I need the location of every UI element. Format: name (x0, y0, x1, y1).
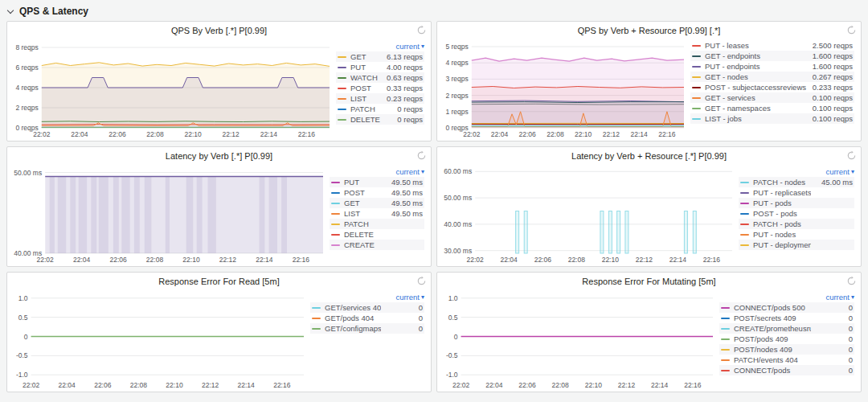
legend-label[interactable]: PUT - nodes (753, 230, 811, 239)
legend-label[interactable]: PATCH (344, 219, 381, 228)
legend-label[interactable]: DELETE (350, 115, 381, 124)
legend-label[interactable]: POST/secrets 409 (734, 314, 811, 322)
refresh-icon[interactable] (416, 150, 427, 161)
legend-label[interactable]: PUT - replicasets (753, 188, 811, 197)
legend-item[interactable]: LIST - jobs0.100 reqps (690, 113, 854, 124)
legend-label[interactable]: GET (344, 199, 381, 207)
legend-label[interactable]: GET/configmaps 404 (325, 324, 381, 333)
time-series-chart[interactable]: 60.00 ms50.00 ms40.00 ms30.00 ms22:0222:… (439, 165, 737, 265)
legend-label[interactable]: CONNECT/pods (734, 366, 811, 375)
legend-item[interactable]: POST - pods (739, 208, 854, 219)
legend-sort-current[interactable]: current▾ (330, 166, 424, 177)
legend-item[interactable]: GET/configmaps 4040 (310, 323, 424, 334)
legend-item[interactable]: GET - nodes0.267 reqps (690, 72, 854, 82)
legend-item[interactable]: PUT49.50 ms (330, 177, 424, 187)
legend-item[interactable]: GET49.50 ms (330, 198, 424, 208)
legend-label[interactable]: POST - subjectaccessreviews (705, 83, 808, 92)
legend-label[interactable]: PATCH - pods (753, 219, 811, 228)
legend-item[interactable]: PATCH (330, 219, 424, 229)
legend-label[interactable]: POST - pods (753, 209, 811, 218)
legend-item[interactable]: CREATE/prometheusrules 4090 (719, 323, 854, 334)
legend-label[interactable]: POST (344, 188, 381, 197)
legend-label[interactable]: LIST (344, 209, 381, 218)
legend-item[interactable]: DELETE0 reqps (336, 114, 424, 125)
time-series-chart[interactable]: 8 reqps6 reqps4 reqps2 reqps0 reqps22:02… (9, 39, 334, 139)
legend-label[interactable]: GET/services 404 (325, 303, 381, 312)
legend-item[interactable]: DELETE (330, 229, 424, 240)
legend-item[interactable]: POST/nodes 4090 (719, 344, 854, 355)
legend-item[interactable]: GET/pods 4040 (310, 313, 424, 323)
legend-item[interactable]: LIST0.23 reqps (336, 93, 424, 104)
panel-title[interactable]: Latency by Verb + Resource [.*] P[0.99] (571, 151, 727, 161)
legend-item[interactable]: GET - namespaces0.100 reqps (690, 103, 854, 113)
legend-label[interactable]: POST (350, 84, 381, 92)
legend-item[interactable]: PUT - pods (739, 198, 854, 208)
refresh-icon[interactable] (416, 276, 427, 286)
legend-item[interactable]: PATCH - pods (739, 219, 854, 229)
refresh-icon[interactable] (846, 150, 857, 161)
legend-label[interactable]: POST/nodes 409 (734, 345, 811, 354)
legend-item[interactable]: PUT - nodes (739, 229, 854, 240)
legend-label[interactable]: GET - namespaces (705, 104, 808, 113)
legend-label[interactable]: CONNECT/pods 500 (734, 303, 811, 312)
legend-label[interactable]: LIST - jobs (705, 114, 808, 123)
legend-label[interactable]: CREATE (344, 240, 381, 249)
legend-label[interactable]: DELETE (344, 230, 381, 239)
legend-item[interactable]: CREATE (330, 240, 424, 250)
legend-label[interactable]: PUT (350, 63, 381, 72)
panel-title[interactable]: QPS by Verb + Resource P[0.99] [.*] (578, 26, 721, 35)
legend-label[interactable]: PATCH/events 404 (734, 355, 811, 364)
panel-title[interactable]: Response Error For Mutating [5m] (582, 277, 715, 286)
legend-sort-current[interactable]: current▾ (739, 166, 854, 177)
legend-item[interactable]: POST0.33 reqps (336, 83, 424, 93)
panel-title[interactable]: Latency by Verb [.*] P[0.99] (166, 151, 272, 161)
legend-label[interactable]: PUT - deployments (753, 240, 811, 249)
legend-sort-current[interactable]: current▾ (336, 40, 424, 51)
refresh-icon[interactable] (846, 25, 857, 35)
legend-item[interactable]: CONNECT/pods 5000 (719, 302, 854, 313)
legend-label[interactable]: PUT - endpoints (705, 62, 808, 71)
legend-label[interactable]: PATCH - nodes (753, 178, 811, 187)
refresh-icon[interactable] (416, 25, 427, 35)
panel-title[interactable]: Response Error For Read [5m] (158, 277, 279, 286)
time-series-chart[interactable]: 1.00.50-0.5-1.022:0222:0422:0622:0822:10… (9, 290, 309, 390)
legend-label[interactable]: LIST (350, 94, 381, 103)
legend-item[interactable]: PATCH - nodes45.00 ms (739, 177, 854, 187)
legend-label[interactable]: GET - nodes (705, 72, 808, 81)
legend-item[interactable]: PATCH/events 4040 (719, 355, 854, 365)
section-row-qps-latency[interactable]: QPS & Latency (6, 3, 862, 19)
legend-item[interactable]: GET - services0.100 reqps (690, 92, 854, 103)
legend-item[interactable]: CONNECT/pods0 (719, 365, 854, 375)
legend-item[interactable]: LIST49.50 ms (330, 208, 424, 219)
legend-label[interactable]: GET (350, 52, 381, 61)
legend-label[interactable]: PATCH (350, 105, 381, 113)
refresh-icon[interactable] (846, 276, 857, 286)
time-series-chart[interactable]: 50.00 ms40.00 ms22:0222:0422:0622:0822:1… (9, 165, 328, 265)
legend-label[interactable]: PUT - pods (753, 199, 811, 207)
legend-label[interactable]: PUT - leases (705, 41, 808, 50)
legend-label[interactable]: PUT (344, 178, 381, 187)
legend-item[interactable]: POST49.50 ms (330, 187, 424, 198)
legend-label[interactable]: POST/pods 409 (734, 334, 811, 343)
time-series-chart[interactable]: 5 reqps4 reqps3 reqps2 reqps1 reqps0 req… (439, 39, 689, 139)
legend-item[interactable]: PATCH0 reqps (336, 104, 424, 114)
legend-label[interactable]: WATCH (350, 73, 381, 82)
legend-item[interactable]: GET6.13 reqps (336, 51, 424, 62)
legend-item[interactable]: POST/pods 4090 (719, 334, 854, 344)
legend-item[interactable]: POST - subjectaccessreviews0.233 reqps (690, 82, 854, 92)
panel-title[interactable]: QPS By Verb [.*] P[0.99] (171, 26, 267, 35)
legend-item[interactable]: PUT - deployments (739, 240, 854, 250)
legend-label[interactable]: GET/pods 404 (325, 314, 381, 322)
legend-item[interactable]: WATCH0.63 reqps (336, 72, 424, 83)
legend-label[interactable]: CREATE/prometheusrules 409 (734, 324, 811, 333)
legend-sort-current[interactable]: current▾ (719, 291, 854, 302)
legend-item[interactable]: PUT4.00 reqps (336, 62, 424, 72)
legend-item[interactable]: PUT - leases2.500 reqps (690, 40, 854, 51)
legend-item[interactable]: PUT - replicasets (739, 187, 854, 198)
legend-item[interactable]: GET/services 4040 (310, 302, 424, 313)
legend-label[interactable]: GET - services (705, 93, 808, 102)
legend-sort-current[interactable]: current▾ (310, 291, 424, 302)
legend-item[interactable]: POST/secrets 4090 (719, 313, 854, 323)
legend-item[interactable]: GET - endpoints1.600 reqps (690, 51, 854, 61)
time-series-chart[interactable]: 1.00.50-0.5-1.022:0222:0422:0622:0822:10… (439, 290, 718, 390)
